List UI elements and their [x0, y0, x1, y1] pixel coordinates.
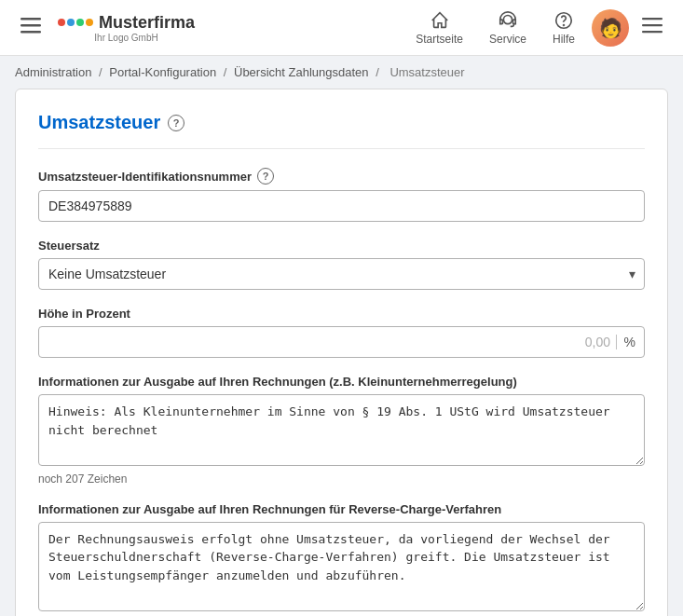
logo-dot-yellow	[86, 19, 93, 26]
percent-wrapper: %	[38, 326, 645, 358]
form-card: Umsatzsteuer ? Umsatzsteuer-Identifikati…	[15, 89, 668, 616]
help-icon	[553, 10, 574, 31]
nav-service[interactable]: Service	[480, 7, 536, 49]
app-header: Musterfirma Ihr Logo GmbH Startseite Ser…	[0, 0, 683, 56]
nav-service-label: Service	[489, 33, 526, 46]
vat-id-help-icon[interactable]: ?	[257, 168, 274, 185]
tax-rate-select-wrapper: Keine Umsatzsteuer 7% 19% ▾	[38, 258, 645, 290]
reverse-charge-group: Informationen zur Ausgabe auf Ihren Rech…	[38, 502, 645, 617]
invoice-info-textarea[interactable]: Hinweis: Als Kleinunternehmer im Sinne v…	[38, 394, 645, 466]
vat-id-label: Umsatzsteuer-Identifikationsnummer ?	[38, 168, 645, 185]
svg-point-3	[503, 15, 512, 23]
form-title-row: Umsatzsteuer ?	[38, 112, 645, 149]
tax-rate-group: Steuersatz Keine Umsatzsteuer 7% 19% ▾	[38, 239, 645, 290]
breadcrumb: Administration / Portal-Konfiguration / …	[0, 56, 683, 89]
percent-label: Höhe in Prozent	[38, 307, 645, 321]
nav-help[interactable]: Hilfe	[543, 7, 584, 49]
brand-name: Musterfirma	[58, 13, 195, 33]
nav-help-label: Hilfe	[553, 33, 575, 46]
invoice-info-char-count: noch 207 Zeichen	[38, 472, 645, 486]
brand-subtitle: Ihr Logo GmbH	[94, 33, 157, 43]
logo-dot-green	[76, 19, 84, 26]
invoice-info-label: Informationen zur Ausgabe auf Ihren Rech…	[38, 375, 645, 389]
breadcrumb-sep-2: /	[224, 65, 230, 79]
percent-input[interactable]	[38, 326, 645, 358]
invoice-info-group: Informationen zur Ausgabe auf Ihren Rech…	[38, 375, 645, 486]
vat-id-input[interactable]	[38, 190, 645, 222]
nav-home-label: Startseite	[416, 33, 463, 46]
percent-group: Höhe in Prozent %	[38, 307, 645, 358]
reverse-charge-label: Informationen zur Ausgabe auf Ihren Rech…	[38, 502, 645, 516]
tax-rate-label: Steuersatz	[38, 239, 645, 253]
logo-dots	[58, 19, 93, 26]
avatar[interactable]: 🧑	[592, 9, 629, 47]
tax-rate-select[interactable]: Keine Umsatzsteuer 7% 19%	[38, 258, 645, 290]
menu-icon[interactable]	[15, 9, 47, 46]
svg-rect-0	[20, 18, 41, 21]
breadcrumb-sep-1: /	[99, 65, 105, 79]
breadcrumb-sep-3: /	[376, 65, 382, 79]
logo-dot-blue	[67, 19, 75, 26]
svg-rect-7	[642, 24, 663, 26]
title-help-icon[interactable]: ?	[168, 115, 184, 131]
svg-rect-6	[642, 18, 663, 20]
headset-icon	[498, 10, 518, 31]
breadcrumb-item-admin[interactable]: Administration	[15, 65, 91, 79]
logo: Musterfirma Ihr Logo GmbH	[58, 13, 195, 43]
reverse-charge-textarea[interactable]: Der Rechnungsausweis erfolgt ohne Umsatz…	[38, 522, 645, 611]
svg-point-5	[564, 24, 565, 25]
breadcrumb-item-current: Umsatzsteuer	[389, 65, 464, 79]
svg-rect-8	[642, 31, 663, 33]
form-title: Umsatzsteuer	[38, 112, 160, 133]
nav-home[interactable]: Startseite	[406, 7, 472, 49]
home-icon	[430, 10, 450, 31]
main-content: Umsatzsteuer ? Umsatzsteuer-Identifikati…	[0, 89, 683, 616]
logo-dot-red	[58, 19, 65, 26]
top-nav: Startseite Service Hilfe 🧑	[406, 7, 668, 49]
svg-rect-2	[20, 31, 41, 34]
breadcrumb-item-zahlungsdaten[interactable]: Übersicht Zahlungsdaten	[234, 65, 369, 79]
more-menu-icon[interactable]	[636, 9, 668, 47]
svg-rect-1	[20, 24, 41, 27]
breadcrumb-item-portal[interactable]: Portal-Konfiguration	[109, 65, 216, 79]
vat-id-group: Umsatzsteuer-Identifikationsnummer ?	[38, 168, 645, 222]
brand-text: Musterfirma	[99, 13, 195, 33]
